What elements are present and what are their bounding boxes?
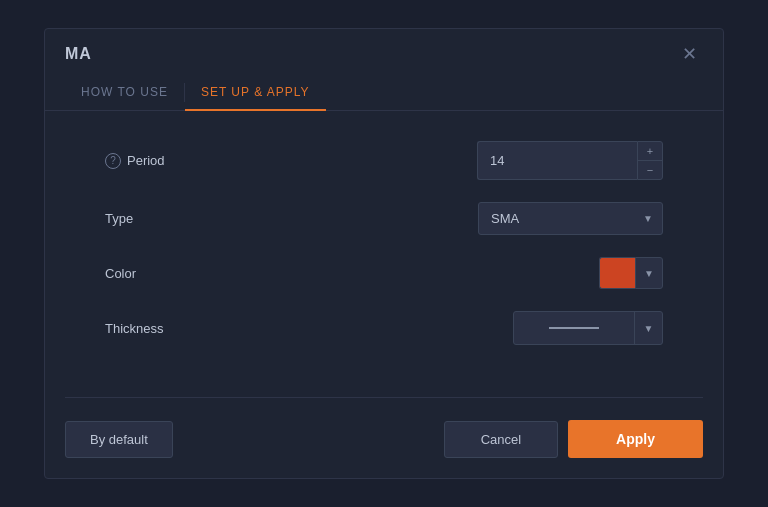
tab-set-up-apply[interactable]: SET UP & APPLY <box>185 75 326 111</box>
type-label: Type <box>105 211 225 226</box>
dialog-title: MA <box>65 45 92 63</box>
type-select[interactable]: SMA EMA WMA VWMA <box>478 202 663 235</box>
ma-dialog: MA ✕ HOW TO USE SET UP & APPLY ? Period … <box>44 28 724 479</box>
period-input-wrap: + − <box>477 141 663 180</box>
thickness-control: ▼ <box>225 311 663 345</box>
period-control: + − <box>225 141 663 180</box>
period-spinner: + − <box>637 141 663 180</box>
color-dropdown-button[interactable]: ▼ <box>635 257 663 289</box>
color-control: ▼ <box>225 257 663 289</box>
dialog-header: MA ✕ <box>45 29 723 65</box>
thickness-display <box>514 312 634 344</box>
color-swatch[interactable] <box>599 257 635 289</box>
period-decrement-button[interactable]: − <box>638 161 662 179</box>
type-select-wrap: SMA EMA WMA VWMA ▼ <box>478 202 663 235</box>
apply-button[interactable]: Apply <box>568 420 703 458</box>
period-row: ? Period + − <box>105 141 663 180</box>
color-picker-wrap: ▼ <box>599 257 663 289</box>
thickness-label: Thickness <box>105 321 225 336</box>
thickness-line-indicator <box>549 327 599 329</box>
color-label: Color <box>105 266 225 281</box>
close-button[interactable]: ✕ <box>676 43 703 65</box>
cancel-button[interactable]: Cancel <box>444 421 558 458</box>
color-row: Color ▼ <box>105 257 663 289</box>
thickness-dropdown-button[interactable]: ▼ <box>634 312 662 344</box>
type-row: Type SMA EMA WMA VWMA ▼ <box>105 202 663 235</box>
period-increment-button[interactable]: + <box>638 142 662 160</box>
period-label: ? Period <box>105 153 225 169</box>
by-default-button[interactable]: By default <box>65 421 173 458</box>
footer: By default Cancel Apply <box>45 408 723 478</box>
footer-divider <box>65 397 703 398</box>
type-control: SMA EMA WMA VWMA ▼ <box>225 202 663 235</box>
content-area: ? Period + − Type <box>45 111 723 387</box>
period-input[interactable] <box>477 141 637 180</box>
period-help-icon[interactable]: ? <box>105 153 121 169</box>
thickness-row: Thickness ▼ <box>105 311 663 345</box>
thickness-select-wrap[interactable]: ▼ <box>513 311 663 345</box>
tab-how-to-use[interactable]: HOW TO USE <box>65 75 184 111</box>
tabs-container: HOW TO USE SET UP & APPLY <box>45 75 723 111</box>
